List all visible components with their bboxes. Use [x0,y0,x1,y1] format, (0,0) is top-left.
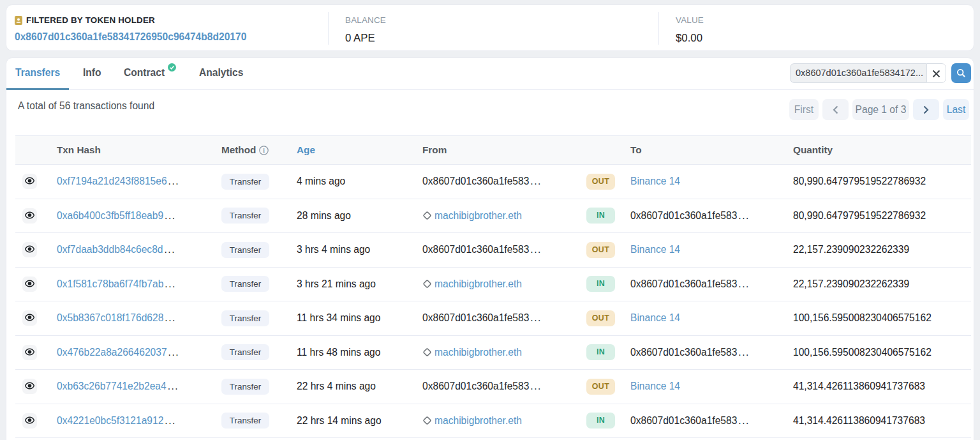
svg-text:i: i [263,148,265,154]
